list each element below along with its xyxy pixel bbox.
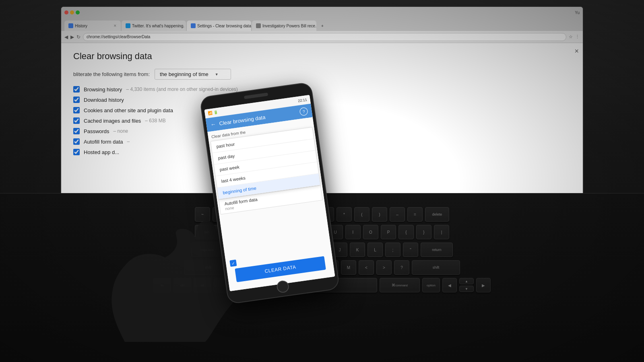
key-left-arrow[interactable]: ◀ (442, 278, 457, 292)
key-9[interactable]: ( (354, 207, 369, 222)
tab-history-label: History (75, 24, 87, 28)
help-icon[interactable]: ? (299, 107, 308, 116)
key-return[interactable]: return (421, 243, 453, 257)
browser-titlebar: Yu (61, 7, 583, 18)
key-rbracket[interactable]: } (416, 225, 431, 239)
key-backslash[interactable]: | (434, 225, 449, 239)
phone-autofill-label: Autofill form data (224, 197, 258, 206)
phone-autofill-detail: none (225, 206, 235, 211)
key-option-right[interactable]: option (422, 278, 440, 292)
hosted-app-checkbox[interactable] (73, 149, 80, 155)
passwords-item: Passwords – none (73, 128, 571, 134)
key-command-right[interactable]: ⌘ command (380, 278, 420, 292)
dialog-title: Clear browsing data (73, 51, 571, 62)
key-o[interactable]: O (363, 225, 378, 239)
passwords-detail: – none (114, 128, 128, 134)
cached-images-checkbox[interactable] (73, 117, 80, 124)
passwords-label: Passwords (84, 128, 109, 134)
key-p[interactable]: P (381, 225, 396, 239)
key-semicolon[interactable]: ; (385, 243, 400, 257)
tab-twitter[interactable]: Twitter. It's what's happening. ✕ (122, 21, 186, 31)
passwords-checkbox[interactable] (73, 128, 80, 134)
reload-button[interactable]: ↻ (76, 34, 80, 40)
cookies-checkbox[interactable] (73, 107, 80, 113)
cached-images-detail: – 638 MB (145, 118, 165, 123)
key-down-arrow[interactable]: ▼ (459, 286, 474, 292)
key-minus[interactable]: – (390, 207, 405, 222)
download-history-checkbox[interactable] (73, 97, 80, 103)
key-k[interactable]: K (350, 243, 365, 257)
key-shift-right[interactable]: shift (412, 260, 460, 275)
tab-history[interactable]: History ✕ (64, 21, 121, 31)
key-8[interactable]: * (336, 207, 352, 222)
key-i[interactable]: I (345, 225, 361, 239)
phone-checkbox[interactable]: ✓ (229, 259, 237, 267)
hosted-app-label: Hosted app d... (84, 149, 119, 155)
download-history-label: Download history (84, 97, 124, 103)
key-lbracket[interactable]: { (398, 225, 414, 239)
key-comma[interactable]: < (359, 260, 374, 275)
autofill-detail: – (127, 139, 130, 144)
tab-settings[interactable]: Settings - Clear browsing data ✕ (187, 21, 251, 31)
phone-statusbar-icons: 📶 🔋 (208, 110, 218, 115)
cookies-label: Cookies and other site and plugin data (84, 107, 173, 113)
phone-time: 22:11 (298, 98, 308, 103)
browsing-history-label: Browsing history (84, 86, 122, 93)
time-range-value: the beginning of time (160, 71, 208, 77)
tab-history-close[interactable]: ✕ (114, 24, 117, 28)
tab-investigatory[interactable]: Investigatory Powers Bill rece... ✕ (252, 21, 316, 31)
key-m[interactable]: M (341, 260, 356, 275)
twitter-favicon (126, 23, 130, 28)
tab-settings-label: Settings - Clear browsing data (197, 24, 251, 28)
phone-content: Clear data from the past hour past day p… (207, 117, 335, 291)
key-quote[interactable]: " (403, 243, 418, 257)
url-bar[interactable]: chrome://settings/clearBrowserData (83, 33, 566, 41)
dialog-close-button[interactable]: × (574, 47, 579, 56)
tab-bar: History ✕ Twitter. It's what's happening… (61, 18, 583, 31)
investigatory-favicon (256, 23, 261, 28)
time-range-dropdown[interactable]: the beginning of time (155, 69, 231, 80)
new-tab-button[interactable]: + (317, 21, 329, 31)
fullscreen-traffic-light[interactable] (76, 10, 80, 14)
phone-screen: 📶 🔋 22:11 ← Clear browsing data ? Clear … (204, 95, 335, 291)
key-l[interactable]: L (367, 243, 383, 257)
key-period[interactable]: > (376, 260, 392, 275)
key-right-arrow[interactable]: ▶ (476, 278, 491, 292)
browsing-history-checkbox[interactable] (73, 86, 80, 93)
hosted-app-item: Hosted app d... (73, 149, 571, 155)
close-traffic-light[interactable] (64, 10, 68, 14)
key-slash[interactable]: ? (394, 260, 409, 275)
key-up-arrow[interactable]: ▲ (459, 278, 474, 284)
time-range-label: bliterate the following items from: (73, 71, 150, 77)
cached-images-item: Cached images and files – 638 MB (73, 117, 571, 124)
nav-bar: ◀ ▶ ↻ chrome://settings/clearBrowserData… (61, 31, 583, 43)
minimize-traffic-light[interactable] (70, 10, 74, 14)
phone-clear-button[interactable]: CLEAR DATA (235, 256, 326, 282)
browsing-history-detail: – 4,330 items (and more on other signed-… (126, 86, 237, 92)
menu-icon[interactable]: ⋮ (575, 34, 580, 39)
browsing-history-item: Browsing history – 4,330 items (and more… (73, 86, 571, 93)
autofill-label: Autofill form data (84, 139, 123, 145)
tab-twitter-label: Twitter. It's what's happening. (132, 24, 184, 28)
phone-speaker (244, 93, 268, 99)
url-text: chrome://settings/clearBrowserData (87, 35, 150, 39)
phone-checkbox-row: ✓ (229, 259, 237, 267)
time-range-row: bliterate the following items from: the … (73, 69, 571, 80)
tab-investigatory-label: Investigatory Powers Bill rece... (262, 24, 316, 28)
window-user: Yu (575, 10, 580, 15)
key-equals[interactable]: = (407, 207, 423, 222)
autofill-checkbox[interactable] (73, 138, 80, 145)
settings-favicon (191, 23, 196, 28)
key-delete[interactable]: delete (425, 207, 449, 222)
forward-button[interactable]: ▶ (70, 34, 74, 40)
laptop-scene: Yu History ✕ Twitter. It's what's happen… (0, 0, 644, 362)
history-favicon (68, 23, 73, 28)
phone-back-button[interactable]: ← (210, 121, 217, 128)
cached-images-label: Cached images and files (84, 118, 141, 124)
autofill-item: Autofill form data – (73, 138, 571, 145)
star-icon[interactable]: ☆ (569, 34, 573, 39)
key-0[interactable]: ) (372, 207, 387, 222)
cookies-item: Cookies and other site and plugin data (73, 107, 571, 113)
download-history-item: Download history (73, 97, 571, 103)
back-button[interactable]: ◀ (64, 34, 68, 40)
